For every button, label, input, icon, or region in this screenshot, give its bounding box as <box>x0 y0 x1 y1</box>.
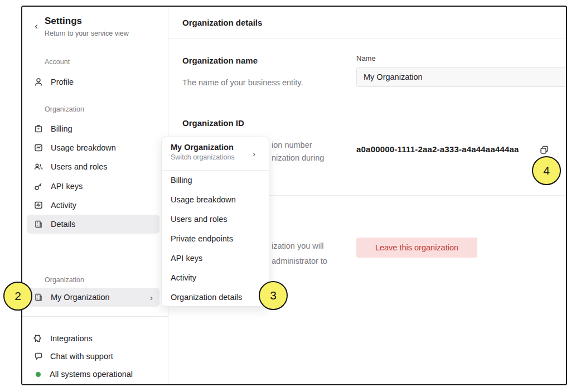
sidebar-item-integrations[interactable]: Integrations <box>33 331 93 346</box>
sidebar-item-billing[interactable]: Billing <box>27 119 159 138</box>
copy-icon[interactable] <box>538 143 551 157</box>
sidebar-item-api-keys[interactable]: API keys <box>27 177 159 196</box>
menu-header-my-organization[interactable]: My Organization Switch organizations › <box>162 137 269 170</box>
leave-organization-button[interactable]: Leave this organization <box>356 238 477 258</box>
sidebar-item-label: Integrations <box>50 334 93 343</box>
sidebar-subtitle[interactable]: Return to your service view <box>45 30 129 37</box>
sidebar-item-system-status[interactable]: All systems operational <box>33 367 133 381</box>
org-id-heading: Organization ID <box>182 118 244 128</box>
sidebar-item-my-organization[interactable]: My Organization › <box>27 288 159 307</box>
sidebar-item-label: Usage breakdown <box>51 143 116 152</box>
section-label-organization-2: Organization <box>45 276 84 284</box>
menu-item-organization-details[interactable]: Organization details <box>162 288 269 307</box>
sidebar-item-label: All systems operational <box>50 370 133 379</box>
organization-name-input[interactable] <box>356 67 567 87</box>
menu-item-private-endpoints[interactable]: Private endpoints <box>162 229 269 249</box>
sidebar-item-label: Profile <box>51 78 74 86</box>
sidebar-item-activity[interactable]: Activity <box>27 196 159 215</box>
chevron-right-icon: › <box>150 293 153 302</box>
section-label-account: Account <box>45 58 70 66</box>
org-name-description: The name of your business entity. <box>182 78 303 87</box>
sidebar-title: Settings <box>45 16 82 27</box>
activity-pulse-icon <box>33 200 43 210</box>
callout-badge-4: 4 <box>532 156 561 185</box>
person-icon <box>33 77 43 87</box>
menu-item-billing[interactable]: Billing <box>162 171 269 190</box>
organization-building-icon <box>33 292 43 302</box>
sidebar-item-label: Billing <box>51 124 72 133</box>
leave-description-fragment-2: administrator to <box>272 257 327 265</box>
sidebar-item-label: My Organization <box>51 293 110 302</box>
sidebar-item-label: Users and roles <box>51 162 108 171</box>
billing-icon <box>33 124 43 134</box>
back-chevron-icon[interactable]: ‹ <box>31 21 41 31</box>
puzzle-icon <box>33 333 43 343</box>
sidebar-item-usage-breakdown[interactable]: Usage breakdown <box>27 138 159 157</box>
org-id-description-fragment-1: ion number <box>272 141 312 149</box>
sidebar-item-label: Activity <box>51 201 76 210</box>
status-dot-icon <box>36 372 41 377</box>
sidebar-item-label: API keys <box>51 182 83 191</box>
organization-id-value: a0a00000-1111-2aa2-a333-a4a44aa444aa <box>356 144 519 154</box>
chevron-right-icon: › <box>253 149 255 158</box>
name-field-label: Name <box>356 54 376 62</box>
leave-description-fragment-1: ization you will <box>272 241 324 250</box>
usage-chart-icon <box>33 143 43 153</box>
users-icon <box>33 162 43 172</box>
menu-item-usage-breakdown[interactable]: Usage breakdown <box>162 190 269 210</box>
callout-badge-3: 3 <box>259 281 288 310</box>
page-title: Organization details <box>182 18 262 27</box>
header-divider <box>168 38 566 38</box>
sidebar-item-label: Chat with support <box>50 352 113 361</box>
settings-sidebar: ‹ Settings Return to your service view A… <box>22 7 168 384</box>
section-label-organization: Organization <box>45 105 84 113</box>
organization-switch-menu: My Organization Switch organizations › B… <box>161 137 269 307</box>
org-name-heading: Organization name <box>182 56 258 65</box>
org-id-description-fragment-2: nization during <box>272 153 324 162</box>
callout-badge-2: 2 <box>3 282 32 311</box>
sidebar-item-details[interactable]: Details <box>27 215 159 234</box>
menu-switch-subtitle: Switch organizations <box>171 153 260 161</box>
menu-item-api-keys[interactable]: API keys <box>162 249 269 268</box>
sidebar-divider <box>22 316 168 317</box>
menu-item-activity[interactable]: Activity <box>162 268 269 288</box>
chat-bubble-icon <box>33 351 43 361</box>
menu-item-users-and-roles[interactable]: Users and roles <box>162 210 269 229</box>
sidebar-item-profile[interactable]: Profile <box>27 72 159 91</box>
key-icon <box>33 181 43 191</box>
menu-org-name: My Organization <box>171 143 260 152</box>
organization-building-icon <box>33 219 43 229</box>
sidebar-item-users-and-roles[interactable]: Users and roles <box>27 157 159 176</box>
sidebar-item-chat-support[interactable]: Chat with support <box>33 349 113 364</box>
sidebar-item-label: Details <box>51 220 75 229</box>
app-window: ‹ Settings Return to your service view A… <box>21 6 567 385</box>
